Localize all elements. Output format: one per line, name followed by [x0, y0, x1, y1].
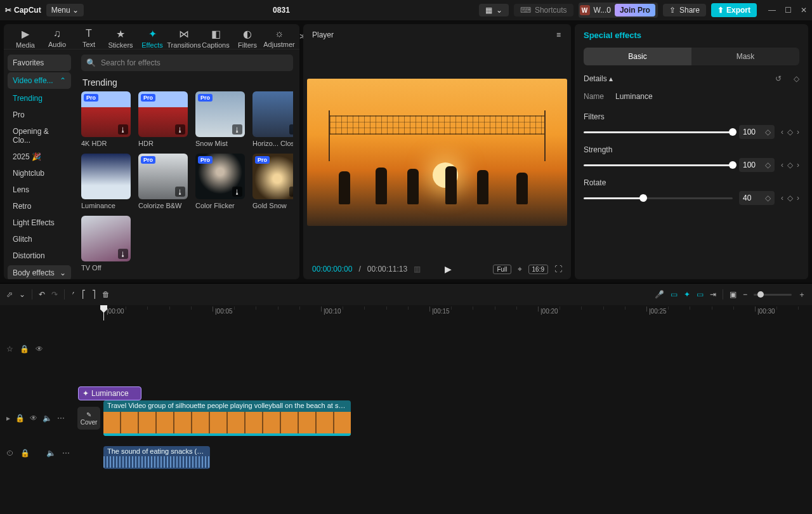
- download-icon[interactable]: ⭳: [289, 124, 293, 135]
- cover-button[interactable]: ✎ Cover: [77, 407, 100, 430]
- sidebar-item[interactable]: Trending: [8, 90, 71, 107]
- prop-value-input[interactable]: 40◇: [739, 191, 775, 205]
- compare-icon[interactable]: ▥: [414, 265, 421, 273]
- timeline-ruler[interactable]: |00:00|00:05|00:10|00:15|00:20|00:25|00:…: [102, 305, 812, 320]
- stepper-icon[interactable]: ◇: [765, 128, 771, 136]
- zoom-in-button[interactable]: ＋: [798, 289, 806, 300]
- favorite-icon[interactable]: ☆: [6, 345, 13, 353]
- lock-icon[interactable]: 🔒: [20, 345, 29, 353]
- maximize-icon[interactable]: ☐: [785, 6, 792, 15]
- sidebar-item[interactable]: Light Effects: [8, 214, 71, 231]
- snap-toggle-a[interactable]: ▭: [671, 290, 678, 299]
- zoom-slider[interactable]: [754, 294, 792, 296]
- preview-toggle[interactable]: ▣: [730, 290, 737, 299]
- clip-effect[interactable]: ✦ Luminance: [78, 386, 141, 400]
- effect-card[interactable]: Pro⭳HDR: [138, 91, 188, 147]
- reset-icon[interactable]: ↺: [775, 74, 782, 83]
- sidebar-item[interactable]: Glitch: [8, 231, 71, 247]
- play-button[interactable]: ▶: [445, 264, 452, 274]
- mute-icon[interactable]: 🔈: [46, 449, 56, 458]
- sidebar-item[interactable]: Nightclub: [8, 165, 71, 181]
- download-icon[interactable]: ⭳: [118, 124, 128, 135]
- lock-icon[interactable]: 🔒: [15, 414, 25, 423]
- tab-mask[interactable]: Mask: [691, 48, 799, 65]
- sidebar-item[interactable]: Retro: [8, 198, 71, 214]
- prop-slider[interactable]: [584, 164, 733, 166]
- split-left-tool[interactable]: ⎡: [82, 290, 86, 299]
- track-body-spacer[interactable]: [76, 320, 812, 378]
- player-menu-icon[interactable]: ≡: [556, 30, 562, 39]
- shortcuts-button[interactable]: ⌨Shortcuts: [514, 4, 573, 16]
- delete-button[interactable]: 🗑: [102, 290, 110, 299]
- zoom-out-button[interactable]: −: [743, 290, 747, 299]
- mute-icon[interactable]: 🔈: [43, 414, 52, 423]
- tool-tab-captions[interactable]: ◧Captions: [200, 28, 231, 49]
- pointer-menu[interactable]: ⌄: [19, 290, 25, 299]
- effect-card[interactable]: ⭳TV Off: [81, 216, 131, 272]
- tool-tab-stickers[interactable]: ★Stickers: [105, 28, 136, 49]
- tab-basic[interactable]: Basic: [584, 48, 691, 65]
- close-icon[interactable]: ✕: [801, 6, 807, 15]
- prop-slider[interactable]: [584, 197, 733, 199]
- redo-button[interactable]: ↷: [51, 290, 58, 299]
- share-button[interactable]: ⇪Share: [663, 4, 706, 16]
- search-input[interactable]: 🔍 Search for effects: [81, 55, 293, 71]
- menu-button[interactable]: Menu ⌄: [46, 4, 84, 16]
- download-icon[interactable]: ⭳: [175, 187, 185, 197]
- minimize-icon[interactable]: —: [768, 6, 776, 15]
- split-tool[interactable]: ⎖: [71, 290, 75, 299]
- playhead[interactable]: [103, 305, 104, 320]
- pointer-tool[interactable]: ⬀: [6, 290, 13, 299]
- keyframe-icon[interactable]: ◇: [794, 74, 799, 83]
- keyframe-next-icon[interactable]: ›: [797, 194, 799, 202]
- keyframe-prev-icon[interactable]: ‹: [781, 161, 783, 169]
- effect-card[interactable]: Luminance: [81, 154, 131, 209]
- track-body-effect[interactable]: ✦ Luminance: [76, 378, 812, 399]
- details-toggle[interactable]: Details ▴: [584, 74, 613, 83]
- tool-tab-effects[interactable]: ✦Effects: [137, 28, 167, 49]
- more-icon[interactable]: ⋯: [62, 449, 70, 458]
- track-body-video[interactable]: Travel Video group of silhouette people …: [102, 399, 812, 437]
- sidebar-item[interactable]: Distortion: [8, 247, 71, 264]
- sidebar-favorites[interactable]: Favorites: [8, 55, 71, 71]
- prop-value-input[interactable]: 100◇: [739, 158, 775, 172]
- account-chip[interactable]: W W...0 Join Pro: [579, 3, 658, 18]
- download-icon[interactable]: ⭳: [289, 187, 293, 197]
- layout-button[interactable]: ▦⌄: [479, 4, 509, 16]
- download-icon[interactable]: ⭳: [232, 124, 242, 135]
- sidebar-item[interactable]: Pro: [8, 107, 71, 123]
- effect-card[interactable]: ⭳Horizo... Close: [252, 91, 293, 147]
- sidebar-body-effects[interactable]: Body effects ⌄: [8, 265, 71, 279]
- tool-tab-filters[interactable]: ◐Filters: [232, 28, 263, 49]
- effect-card[interactable]: Pro⭳Colorize B&W: [138, 154, 188, 209]
- clip-audio[interactable]: The sound of eating snacks (chewin: [103, 446, 210, 469]
- download-icon[interactable]: ⭳: [175, 124, 185, 135]
- tool-tab-text[interactable]: TText: [74, 28, 104, 48]
- prop-value-input[interactable]: 100◇: [739, 125, 775, 139]
- effect-card[interactable]: Pro⭳4K HDR: [81, 91, 131, 147]
- undo-button[interactable]: ↶: [39, 290, 45, 299]
- lock-icon[interactable]: 🔒: [20, 449, 30, 458]
- keyframe-icon[interactable]: ◇: [787, 194, 793, 202]
- effect-card[interactable]: Pro⭳Gold Snow: [252, 154, 293, 209]
- tool-tab-transitions[interactable]: ⋈Transitions: [169, 28, 199, 49]
- stepper-icon[interactable]: ◇: [765, 194, 771, 202]
- crop-icon[interactable]: ⌖: [518, 265, 522, 273]
- sidebar-item[interactable]: Lens: [8, 181, 71, 198]
- download-icon[interactable]: ⭳: [118, 249, 128, 259]
- sidebar-group-video-effects[interactable]: Video effe... ⌃: [8, 72, 71, 89]
- split-right-tool[interactable]: ⎤: [92, 290, 96, 299]
- quality-badge[interactable]: Full: [493, 265, 511, 274]
- keyframe-icon[interactable]: ◇: [787, 128, 793, 136]
- snap-toggle-b[interactable]: ✦: [684, 290, 690, 299]
- sidebar-item[interactable]: Opening & Clo...: [8, 123, 71, 148]
- clip-video[interactable]: Travel Video group of silhouette people …: [103, 400, 351, 436]
- tool-tab-adjustmer[interactable]: ☼Adjustmer: [264, 28, 294, 48]
- tool-tab-media[interactable]: ▶Media: [10, 28, 41, 49]
- keyframe-next-icon[interactable]: ›: [797, 161, 799, 169]
- mic-icon[interactable]: 🎤: [655, 290, 664, 299]
- keyframe-next-icon[interactable]: ›: [797, 128, 799, 136]
- keyframe-prev-icon[interactable]: ‹: [781, 128, 783, 136]
- prop-slider[interactable]: [584, 131, 733, 133]
- player-viewport[interactable]: [303, 46, 571, 259]
